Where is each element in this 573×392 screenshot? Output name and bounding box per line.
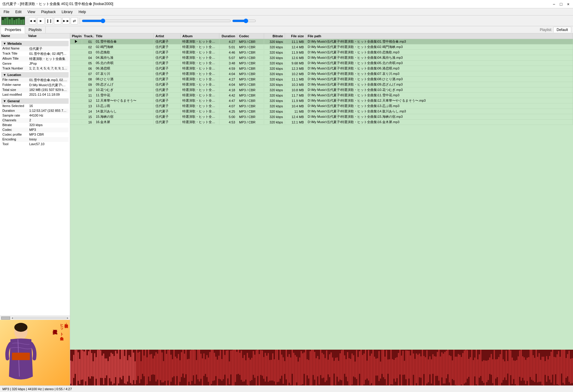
svg-rect-66	[163, 361, 164, 382]
location-section-header[interactable]: ▼ Location	[1, 72, 69, 78]
general-section-header[interactable]: ▼ General	[1, 98, 69, 104]
svg-rect-251	[440, 357, 441, 385]
minimize-button[interactable]: −	[552, 2, 556, 7]
table-row[interactable]: 13 13.忍ぶ雨 伍代夏子 特選演歌・ヒット全曲集 4:07 MP3 / CB…	[70, 103, 573, 109]
svg-rect-196	[358, 357, 359, 385]
prev-button[interactable]: ◄◄	[29, 17, 36, 24]
prop-encoding: Encoding lossy	[1, 137, 69, 142]
cell-title: 03.恋挽歌	[94, 50, 154, 55]
next-button[interactable]: ►►	[62, 17, 70, 24]
menu-edit[interactable]: Edit	[13, 9, 24, 15]
col-header-tracknum[interactable]: Track...	[82, 33, 94, 39]
svg-rect-53	[144, 356, 145, 376]
cell-title: 10.花つむぎ	[94, 87, 154, 92]
table-row[interactable]: 08 08.ひとり酒 伍代夏子 特選演歌・ヒット全曲集 4:27 MP3 / C…	[70, 77, 573, 82]
table-row[interactable]: 09 09.恋ざんげ 伍代夏子 特選演歌・ヒット全曲集 4:04 MP3 / C…	[70, 82, 573, 87]
cell-duration: 4:04	[219, 83, 237, 87]
maximize-button[interactable]: □	[559, 2, 563, 7]
svg-rect-72	[172, 359, 173, 377]
cell-artist: 伍代夏子	[154, 87, 181, 92]
seek-slider[interactable]	[82, 20, 231, 22]
cell-bitrate: 320 kbps	[264, 56, 285, 60]
table-row[interactable]: 15 15.海峡の宿 伍代夏子 特選演歌・ヒット全曲集 5:00 MP3 / C…	[70, 114, 573, 120]
svg-rect-74	[175, 357, 176, 385]
playlist-label: Playlist:	[540, 28, 552, 32]
svg-rect-95	[206, 355, 207, 377]
table-row[interactable]: 07 07.哀り川 伍代夏子 特選演歌・ヒット全曲集 4:04 MP3 / CB…	[70, 71, 573, 77]
cell-album: 特選演歌・ヒット全曲集	[181, 77, 219, 82]
pause-button[interactable]: ❙❙	[46, 17, 53, 24]
svg-rect-329	[557, 354, 558, 384]
table-row[interactable]: 01 01.雪中相合傘 伍代夏子 特選演歌・ヒット全曲集 4:27 MP3 / …	[70, 39, 573, 44]
table-row[interactable]: 16 16.金木犀 伍代夏子 特選演歌・ヒット全曲集 4:53 MP3 / CB…	[70, 120, 573, 125]
left-panel-scrollbar[interactable]: ◄ ►	[0, 316, 70, 320]
cell-tracknum: 06	[82, 66, 94, 71]
svg-rect-82	[187, 359, 188, 385]
col-header-filepath[interactable]: File path	[306, 33, 573, 39]
cell-filesize: 10.4 MB	[285, 104, 306, 108]
table-row[interactable]: 02 02.鳴門海峡 伍代夏子 特選演歌・ヒット全曲集 5:01 MP3 / C…	[70, 44, 573, 50]
svg-rect-227	[404, 361, 405, 374]
stop-button[interactable]: ■	[54, 17, 61, 24]
svg-rect-176	[328, 360, 329, 374]
tab-playlists[interactable]: Playlists	[25, 27, 46, 33]
svg-rect-127	[254, 355, 255, 378]
table-row[interactable]: 06 06.港恋唄 伍代夏子 特選演歌・ヒット全曲集 4:59 MP3 / CB…	[70, 66, 573, 71]
menu-playback[interactable]: Playback	[39, 9, 58, 15]
svg-rect-178	[331, 352, 332, 385]
tracklist-container[interactable]: Playing Track... Title Artist Album Dura…	[70, 33, 573, 350]
play-button[interactable]: ►	[37, 17, 44, 24]
table-row[interactable]: 03 03.恋挽歌 伍代夏子 特選演歌・ヒット全曲集 4:46 MP3 / CB…	[70, 50, 573, 55]
menu-view[interactable]: View	[25, 9, 38, 15]
svg-rect-230	[408, 351, 409, 379]
svg-rect-221	[395, 358, 396, 382]
tab-properties[interactable]: Properties	[1, 27, 25, 33]
col-header-album[interactable]: Album	[181, 33, 219, 39]
svg-rect-276	[477, 359, 478, 385]
col-header-title[interactable]: Title	[94, 33, 154, 39]
col-header-filesize[interactable]: File size	[285, 33, 306, 39]
table-row[interactable]: 11 11.雪中花 伍代夏子 特選演歌・ヒット全曲集 4:42 MP3 / CB…	[70, 93, 573, 98]
menu-library[interactable]: Library	[59, 9, 75, 15]
playlist-default[interactable]: Default	[553, 27, 571, 32]
col-header-duration[interactable]: Duration	[219, 33, 237, 39]
svg-rect-190	[349, 358, 350, 385]
col-header-artist[interactable]: Artist	[154, 33, 181, 39]
table-row[interactable]: 14 14.肱川あらし 伍代夏子 特選演歌・ヒット全曲集 4:25 MP3 / …	[70, 109, 573, 114]
table-row[interactable]: 10 10.花つむぎ 伍代夏子 特選演歌・ヒット全曲集 4:18 MP3 / C…	[70, 87, 573, 93]
metadata-section-header[interactable]: ▼ Metadata	[1, 41, 69, 46]
person-figure	[1, 323, 40, 385]
random-button[interactable]: ⇄	[71, 17, 78, 24]
svg-rect-305	[520, 350, 522, 381]
svg-rect-253	[443, 354, 444, 383]
prop-total-size: Total size 182 MB (191 507 929 bytes)	[1, 88, 69, 92]
cell-album: 特選演歌・ヒット全曲集	[181, 61, 219, 66]
cell-filesize: 11.1 MB	[285, 77, 306, 81]
table-row[interactable]: 05 05.北の舟唄 伍代夏子 特選演歌・ヒット全曲集 3:48 MP3 / C…	[70, 61, 573, 66]
cell-codec: MP3 / CBR	[237, 50, 264, 55]
col-header-playing[interactable]: Playing	[70, 33, 82, 39]
svg-rect-77	[179, 360, 181, 382]
svg-rect-303	[517, 357, 519, 385]
svg-rect-10	[79, 359, 80, 384]
svg-rect-287	[494, 350, 495, 385]
svg-rect-262	[456, 357, 458, 385]
table-row[interactable]: 12 12.天車華〜やぐるまそう〜 伍代夏子 特選演歌・ヒット全曲集 4:47 …	[70, 98, 573, 103]
svg-rect-245	[431, 359, 432, 383]
menu-help[interactable]: Help	[76, 9, 88, 15]
close-button[interactable]: ×	[566, 2, 571, 7]
col-header-bitrate[interactable]: Bitrate	[264, 33, 285, 39]
cell-filepath: D:\My Music\伍代夏子\特選演歌・ヒット全曲集\04.風待ち湊.mp3	[306, 55, 573, 60]
volume-slider[interactable]	[232, 20, 256, 22]
cell-playing	[70, 90, 82, 90]
table-row[interactable]: 04 04.風待ち湊 伍代夏子 特選演歌・ヒット全曲集 5:07 MP3 / C…	[70, 55, 573, 61]
svg-rect-271	[470, 357, 471, 385]
menu-file[interactable]: File	[1, 9, 12, 15]
svg-rect-280	[483, 360, 484, 383]
cell-playing	[70, 117, 82, 117]
cell-playing	[70, 47, 82, 47]
cell-title: 11.雪中花	[94, 93, 154, 98]
svg-rect-207	[374, 357, 375, 385]
col-header-codec[interactable]: Codec	[237, 33, 264, 39]
svg-rect-126	[253, 351, 254, 375]
